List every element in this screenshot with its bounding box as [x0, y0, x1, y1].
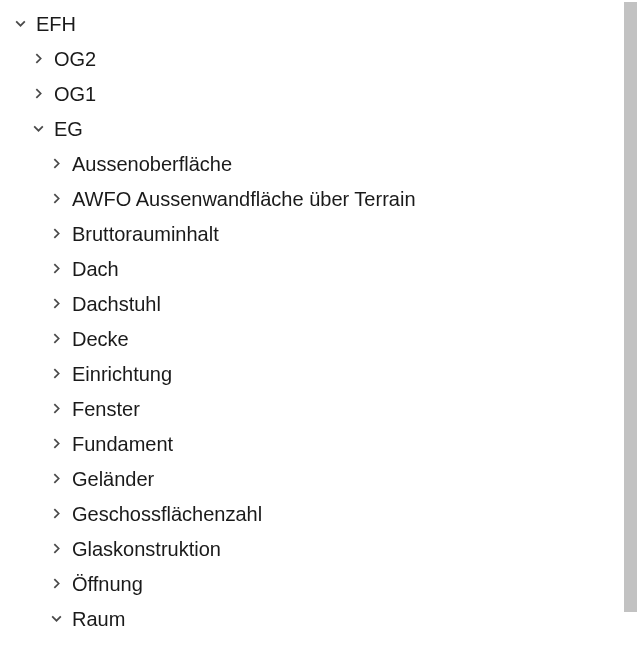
- tree-item-label: Raum: [72, 608, 125, 629]
- tree-item-label: Öffnung: [72, 573, 143, 594]
- tree-item-glaskonstruktion[interactable]: Glaskonstruktion: [0, 531, 639, 566]
- chevron-right-icon: [46, 364, 66, 384]
- chevron-right-icon: [46, 224, 66, 244]
- tree-item-label: Geschossflächenzahl: [72, 503, 262, 524]
- tree-item-awfo[interactable]: AWFO Aussenwandfläche über Terrain: [0, 181, 639, 216]
- chevron-right-icon: [46, 399, 66, 419]
- chevron-right-icon: [46, 504, 66, 524]
- tree-item-label: EFH: [36, 13, 76, 34]
- tree-item-dachstuhl[interactable]: Dachstuhl: [0, 286, 639, 321]
- tree-item-label: Fenster: [72, 398, 140, 419]
- tree-item-label: Bruttorauminhalt: [72, 223, 219, 244]
- tree-item-label: Geländer: [72, 468, 154, 489]
- tree-view: EFH OG2 OG1 EG Aussenoberfläche AWFO Aus…: [0, 0, 639, 650]
- tree-item-efh[interactable]: EFH: [0, 6, 639, 41]
- chevron-down-icon: [28, 119, 48, 139]
- tree-item-label: Decke: [72, 328, 129, 349]
- tree-item-fundament[interactable]: Fundament: [0, 426, 639, 461]
- chevron-right-icon: [46, 154, 66, 174]
- tree-item-label: Fundament: [72, 433, 173, 454]
- chevron-right-icon: [46, 539, 66, 559]
- tree-item-label: Aussenoberfläche: [72, 153, 232, 174]
- chevron-right-icon: [28, 49, 48, 69]
- chevron-right-icon: [28, 84, 48, 104]
- tree-item-bruttorauminhalt[interactable]: Bruttorauminhalt: [0, 216, 639, 251]
- tree-item-label: OG1: [54, 83, 96, 104]
- tree-item-og1[interactable]: OG1: [0, 76, 639, 111]
- tree-item-oeffnung[interactable]: Öffnung: [0, 566, 639, 601]
- chevron-right-icon: [46, 259, 66, 279]
- tree-item-raum[interactable]: Raum: [0, 601, 639, 636]
- chevron-right-icon: [46, 329, 66, 349]
- tree-item-eg[interactable]: EG: [0, 111, 639, 146]
- tree-item-einrichtung[interactable]: Einrichtung: [0, 356, 639, 391]
- chevron-right-icon: [46, 189, 66, 209]
- chevron-right-icon: [46, 574, 66, 594]
- tree-item-og2[interactable]: OG2: [0, 41, 639, 76]
- tree-item-geschossflaechenzahl[interactable]: Geschossflächenzahl: [0, 496, 639, 531]
- tree-item-label: Dach: [72, 258, 119, 279]
- tree-item-dach[interactable]: Dach: [0, 251, 639, 286]
- chevron-right-icon: [46, 469, 66, 489]
- scrollbar-thumb[interactable]: [624, 2, 637, 612]
- chevron-right-icon: [46, 294, 66, 314]
- tree-item-label: Glaskonstruktion: [72, 538, 221, 559]
- chevron-down-icon: [10, 14, 30, 34]
- tree-item-gelaender[interactable]: Geländer: [0, 461, 639, 496]
- tree-item-label: AWFO Aussenwandfläche über Terrain: [72, 188, 416, 209]
- chevron-down-icon: [46, 609, 66, 629]
- vertical-scrollbar[interactable]: [622, 0, 639, 650]
- tree-item-label: Einrichtung: [72, 363, 172, 384]
- tree-item-label: OG2: [54, 48, 96, 69]
- chevron-right-icon: [46, 434, 66, 454]
- tree-item-decke[interactable]: Decke: [0, 321, 639, 356]
- tree-item-label: EG: [54, 118, 83, 139]
- tree-item-fenster[interactable]: Fenster: [0, 391, 639, 426]
- tree-item-aussenoberflaeche[interactable]: Aussenoberfläche: [0, 146, 639, 181]
- tree-item-label: Dachstuhl: [72, 293, 161, 314]
